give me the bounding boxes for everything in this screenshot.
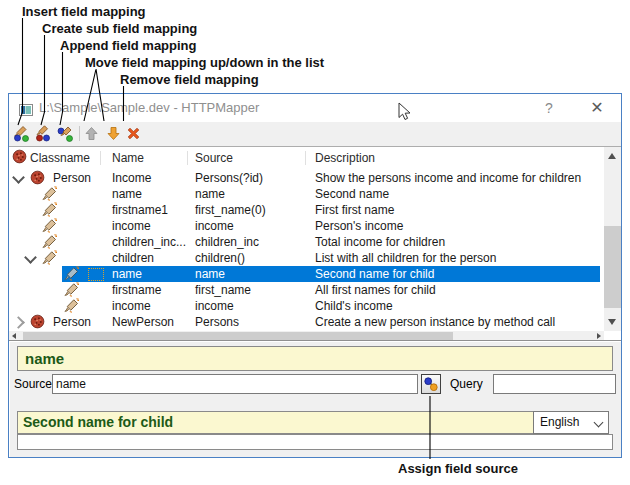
- mapping-row[interactable]: PersonNewPersonPersonsCreate a new perso…: [9, 314, 604, 330]
- column-divider[interactable]: [100, 151, 101, 165]
- name-cell: children_inc...: [112, 234, 186, 250]
- column-header-source[interactable]: Source: [195, 147, 233, 169]
- source-label: Source: [14, 374, 52, 394]
- field-detail-panel: name Source Query Second name for child …: [9, 340, 621, 457]
- person-class-icon: [30, 314, 46, 330]
- append-field-mapping-button[interactable]: [57, 125, 74, 142]
- source-cell: income: [195, 298, 234, 314]
- name-cell: NewPerson: [112, 314, 174, 330]
- scroll-right-arrow-icon[interactable]: [597, 333, 601, 339]
- insert-mapping-icon: [13, 125, 30, 142]
- source-cell: first_name(0): [195, 202, 266, 218]
- column-divider[interactable]: [187, 151, 188, 165]
- description-cell: List with all children for the person: [315, 250, 496, 266]
- assign-field-source-button[interactable]: [421, 374, 441, 394]
- insert-field-mapping-button[interactable]: [13, 125, 30, 142]
- description-cell: Person's income: [315, 218, 403, 234]
- column-divider[interactable]: [305, 151, 306, 165]
- vertical-scrollbar-thumb[interactable]: [604, 226, 621, 308]
- toolbar: [9, 122, 621, 146]
- field-mapping-icon: [64, 282, 80, 298]
- chevron-expanded-icon[interactable]: [24, 251, 37, 264]
- mapping-row[interactable]: PersonIncomePersons(?id)Show the persons…: [9, 170, 604, 186]
- source-cell: name: [195, 266, 225, 282]
- annotation-append-field-mapping: Append field mapping: [60, 38, 197, 53]
- annotation-create-sub-field-mapping: Create sub field mapping: [42, 21, 197, 36]
- mapping-row[interactable]: firstname1first_name(0)First first name: [9, 202, 604, 218]
- annotation-assign-field-source: Assign field source: [398, 461, 518, 476]
- person-class-icon: [30, 170, 46, 186]
- remove-x-icon: [125, 125, 142, 142]
- column-header-classname[interactable]: Classname: [30, 147, 90, 169]
- source-cell: Persons(?id): [195, 170, 263, 186]
- description-cell: First first name: [315, 202, 394, 218]
- field-mapping-icon: [42, 250, 58, 266]
- source-input[interactable]: [52, 374, 418, 394]
- description-edit-area[interactable]: [17, 434, 613, 450]
- arrow-down-icon: [105, 125, 122, 142]
- help-button[interactable]: ?: [533, 94, 565, 122]
- name-cell: firstname1: [112, 202, 168, 218]
- remove-field-mapping-button[interactable]: [125, 125, 142, 142]
- move-field-mapping-down-button[interactable]: [105, 125, 122, 142]
- description-cell: Second name: [315, 186, 389, 202]
- vertical-scrollbar[interactable]: [604, 147, 621, 331]
- description-cell: Total income for children: [315, 234, 445, 250]
- mapping-list: Classname Name Source Description Person…: [9, 146, 621, 340]
- name-cell: income: [112, 298, 151, 314]
- name-cell: income: [112, 218, 151, 234]
- field-mapping-icon: [64, 298, 80, 314]
- source-cell: name: [195, 186, 225, 202]
- annotation-insert-field-mapping: Insert field mapping: [22, 4, 146, 19]
- toolbar-separator: [79, 126, 80, 141]
- description-cell: Create a new person instance by method c…: [315, 314, 555, 330]
- mapping-row[interactable]: namenameSecond name: [9, 186, 604, 202]
- annotation-move-field-mapping: Move field mapping up/down in the list: [85, 55, 324, 70]
- close-button[interactable]: ✕: [581, 94, 613, 122]
- focus-rectangle: [88, 268, 104, 281]
- description-cell: Second name for child: [315, 266, 434, 282]
- arrow-up-icon: [83, 125, 100, 142]
- annotation-remove-field-mapping: Remove field mapping: [120, 72, 259, 87]
- classname-header-icon: [12, 149, 27, 171]
- scroll-left-arrow-icon[interactable]: [12, 333, 16, 339]
- chevron-expanded-icon[interactable]: [12, 171, 25, 184]
- column-header-name[interactable]: Name: [112, 147, 144, 169]
- column-header-description[interactable]: Description: [315, 147, 375, 169]
- field-mapping-icon: [64, 266, 80, 282]
- field-mapping-icon: [42, 202, 58, 218]
- name-cell: name: [112, 186, 142, 202]
- chevron-collapsed-icon[interactable]: [12, 316, 25, 329]
- name-cell: firstname: [112, 282, 161, 298]
- app-icon: [19, 102, 33, 120]
- mapping-row[interactable]: incomeincomePerson's income: [9, 218, 604, 234]
- scroll-up-arrow-icon[interactable]: [608, 153, 616, 159]
- assign-source-icon: [422, 375, 440, 393]
- query-label: Query: [450, 374, 483, 394]
- field-description-bar: Second name for child: [17, 411, 534, 434]
- httpmapper-window: L:\Sample\Sample.dev - HTTPMapper ? ✕: [8, 93, 622, 458]
- field-mapping-icon: [42, 186, 58, 202]
- language-value: English: [540, 415, 579, 429]
- mapping-row[interactable]: firstnamefirst_nameAll first names for c…: [9, 282, 604, 298]
- move-field-mapping-up-button[interactable]: [83, 125, 100, 142]
- query-input[interactable]: [493, 374, 616, 394]
- mouse-cursor: [398, 102, 411, 122]
- field-mapping-icon: [42, 234, 58, 250]
- window-title: L:\Sample\Sample.dev - HTTPMapper: [39, 94, 259, 122]
- source-cell: first_name: [195, 282, 251, 298]
- name-cell: name: [112, 266, 142, 282]
- mapping-row[interactable]: children_inc...children_incTotal income …: [9, 234, 604, 250]
- create-sub-field-mapping-button[interactable]: [35, 125, 52, 142]
- append-mapping-icon: [57, 125, 74, 142]
- scroll-down-arrow-icon[interactable]: [608, 319, 616, 325]
- mapping-row[interactable]: namenameSecond name for child: [9, 266, 604, 282]
- chevron-down-icon: [594, 418, 604, 428]
- horizontal-scrollbar-thumb[interactable]: [23, 332, 453, 340]
- create-sub-mapping-icon: [35, 125, 52, 142]
- mapping-row[interactable]: incomeincomeChild's income: [9, 298, 604, 314]
- classname-cell: Person: [53, 314, 91, 330]
- language-dropdown[interactable]: English: [533, 411, 609, 434]
- mapping-row[interactable]: childrenchildren()List with all children…: [9, 250, 604, 266]
- source-cell: children_inc: [195, 234, 259, 250]
